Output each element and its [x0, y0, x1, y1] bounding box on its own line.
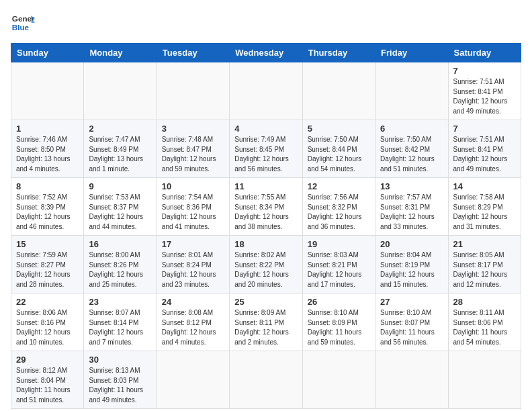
table-row: 12Sunrise: 7:56 AMSunset: 8:32 PMDayligh… [302, 178, 375, 236]
day-info: Sunrise: 8:08 AMSunset: 8:12 PMDaylight:… [162, 308, 224, 347]
day-number: 24 [162, 297, 224, 307]
day-number: 2 [89, 124, 151, 134]
day-number: 26 [308, 297, 370, 307]
calendar-row: 1Sunrise: 7:46 AMSunset: 8:50 PMDaylight… [11, 120, 521, 178]
day-info: Sunrise: 8:12 AMSunset: 8:04 PMDaylight:… [16, 366, 79, 405]
day-number: 18 [234, 239, 297, 249]
day-number: 27 [380, 297, 443, 307]
calendar-table: SundayMondayTuesdayWednesdayThursdayFrid… [11, 43, 521, 409]
table-row: 4Sunrise: 7:49 AMSunset: 8:45 PMDaylight… [230, 120, 302, 178]
table-row: 25Sunrise: 8:09 AMSunset: 8:11 PMDayligh… [230, 293, 302, 351]
table-row: 15Sunrise: 7:59 AMSunset: 8:27 PMDayligh… [11, 236, 84, 293]
table-row: 1Sunrise: 7:46 AMSunset: 8:50 PMDaylight… [11, 120, 84, 178]
calendar-row: 8Sunrise: 7:52 AMSunset: 8:39 PMDaylight… [11, 178, 521, 236]
empty-cell [157, 351, 229, 409]
empty-cell [11, 62, 84, 120]
day-number: 19 [308, 239, 370, 249]
empty-cell [375, 62, 448, 120]
page-header: General Blue [11, 11, 521, 35]
day-number: 5 [308, 124, 370, 134]
table-row: 21Sunrise: 8:05 AMSunset: 8:17 PMDayligh… [448, 236, 521, 293]
day-number: 21 [453, 239, 516, 249]
day-info: Sunrise: 8:05 AMSunset: 8:17 PMDaylight:… [453, 250, 516, 289]
day-number: 30 [89, 355, 151, 365]
day-info: Sunrise: 8:04 AMSunset: 8:19 PMDaylight:… [380, 250, 443, 289]
day-number: 1 [16, 124, 79, 134]
day-info: Sunrise: 7:50 AMSunset: 8:44 PMDaylight:… [308, 135, 370, 174]
table-row: 23Sunrise: 8:07 AMSunset: 8:14 PMDayligh… [84, 293, 157, 351]
day-info: Sunrise: 7:51 AMSunset: 8:41 PMDaylight:… [453, 135, 516, 174]
empty-cell [230, 351, 302, 409]
day-info: Sunrise: 7:46 AMSunset: 8:50 PMDaylight:… [16, 135, 79, 174]
table-row: 30Sunrise: 8:13 AMSunset: 8:03 PMDayligh… [84, 351, 157, 409]
day-info: Sunrise: 7:59 AMSunset: 8:27 PMDaylight:… [16, 250, 79, 289]
day-info: Sunrise: 8:06 AMSunset: 8:16 PMDaylight:… [16, 308, 79, 347]
logo: General Blue [11, 11, 35, 35]
day-number: 29 [16, 355, 79, 365]
table-row: 27Sunrise: 8:10 AMSunset: 8:07 PMDayligh… [375, 293, 448, 351]
table-row: 10Sunrise: 7:54 AMSunset: 8:36 PMDayligh… [157, 178, 229, 236]
day-info: Sunrise: 7:58 AMSunset: 8:29 PMDaylight:… [453, 193, 516, 232]
day-info: Sunrise: 8:00 AMSunset: 8:26 PMDaylight:… [89, 250, 151, 289]
table-row: 16Sunrise: 8:00 AMSunset: 8:26 PMDayligh… [84, 236, 157, 293]
table-row: 26Sunrise: 8:10 AMSunset: 8:09 PMDayligh… [302, 293, 375, 351]
day-info: Sunrise: 7:51 AMSunset: 8:41 PMDaylight:… [453, 77, 516, 116]
day-info: Sunrise: 7:55 AMSunset: 8:34 PMDaylight:… [234, 193, 297, 232]
day-number: 10 [162, 181, 224, 191]
svg-text:Blue: Blue [12, 23, 30, 32]
day-info: Sunrise: 7:49 AMSunset: 8:45 PMDaylight:… [234, 135, 297, 174]
table-row: 22Sunrise: 8:06 AMSunset: 8:16 PMDayligh… [11, 293, 84, 351]
day-number: 15 [16, 239, 79, 249]
day-info: Sunrise: 8:10 AMSunset: 8:09 PMDaylight:… [308, 308, 370, 347]
empty-cell [448, 351, 521, 409]
col-header-sunday: Sunday [11, 44, 84, 62]
day-number: 7 [453, 66, 516, 76]
table-row: 7Sunrise: 7:51 AMSunset: 8:41 PMDaylight… [448, 120, 521, 178]
col-header-monday: Monday [84, 44, 157, 62]
table-row: 6Sunrise: 7:50 AMSunset: 8:42 PMDaylight… [375, 120, 448, 178]
empty-cell [84, 62, 157, 120]
table-row: 18Sunrise: 8:02 AMSunset: 8:22 PMDayligh… [230, 236, 302, 293]
day-info: Sunrise: 7:57 AMSunset: 8:31 PMDaylight:… [380, 193, 443, 232]
day-number: 13 [380, 181, 443, 191]
logo-icon: General Blue [11, 11, 35, 35]
table-row: 7Sunrise: 7:51 AMSunset: 8:41 PMDaylight… [448, 62, 521, 120]
day-number: 23 [89, 297, 151, 307]
table-row: 3Sunrise: 7:48 AMSunset: 8:47 PMDaylight… [157, 120, 229, 178]
calendar-row: 29Sunrise: 8:12 AMSunset: 8:04 PMDayligh… [11, 351, 521, 409]
table-row: 24Sunrise: 8:08 AMSunset: 8:12 PMDayligh… [157, 293, 229, 351]
day-number: 6 [380, 124, 443, 134]
day-info: Sunrise: 8:11 AMSunset: 8:06 PMDaylight:… [453, 308, 516, 347]
day-number: 12 [308, 181, 370, 191]
day-number: 14 [453, 181, 516, 191]
day-info: Sunrise: 8:09 AMSunset: 8:11 PMDaylight:… [234, 308, 297, 347]
day-info: Sunrise: 8:02 AMSunset: 8:22 PMDaylight:… [234, 250, 297, 289]
day-info: Sunrise: 7:54 AMSunset: 8:36 PMDaylight:… [162, 193, 224, 232]
day-number: 22 [16, 297, 79, 307]
calendar-header-row: SundayMondayTuesdayWednesdayThursdayFrid… [11, 44, 521, 62]
table-row: 9Sunrise: 7:53 AMSunset: 8:37 PMDaylight… [84, 178, 157, 236]
day-number: 9 [89, 181, 151, 191]
table-row: 20Sunrise: 8:04 AMSunset: 8:19 PMDayligh… [375, 236, 448, 293]
col-header-wednesday: Wednesday [230, 44, 302, 62]
col-header-friday: Friday [375, 44, 448, 62]
table-row: 29Sunrise: 8:12 AMSunset: 8:04 PMDayligh… [11, 351, 84, 409]
table-row: 28Sunrise: 8:11 AMSunset: 8:06 PMDayligh… [448, 293, 521, 351]
col-header-tuesday: Tuesday [157, 44, 229, 62]
day-number: 3 [162, 124, 224, 134]
day-info: Sunrise: 8:07 AMSunset: 8:14 PMDaylight:… [89, 308, 151, 347]
day-number: 17 [162, 239, 224, 249]
day-info: Sunrise: 8:01 AMSunset: 8:24 PMDaylight:… [162, 250, 224, 289]
calendar-row: 15Sunrise: 7:59 AMSunset: 8:27 PMDayligh… [11, 236, 521, 293]
day-number: 4 [234, 124, 297, 134]
empty-cell [157, 62, 229, 120]
day-number: 8 [16, 181, 79, 191]
table-row: 2Sunrise: 7:47 AMSunset: 8:49 PMDaylight… [84, 120, 157, 178]
col-header-thursday: Thursday [302, 44, 375, 62]
day-info: Sunrise: 7:56 AMSunset: 8:32 PMDaylight:… [308, 193, 370, 232]
day-info: Sunrise: 7:52 AMSunset: 8:39 PMDaylight:… [16, 193, 79, 232]
table-row: 17Sunrise: 8:01 AMSunset: 8:24 PMDayligh… [157, 236, 229, 293]
day-number: 11 [234, 181, 297, 191]
day-info: Sunrise: 8:03 AMSunset: 8:21 PMDaylight:… [308, 250, 370, 289]
empty-cell [302, 62, 375, 120]
